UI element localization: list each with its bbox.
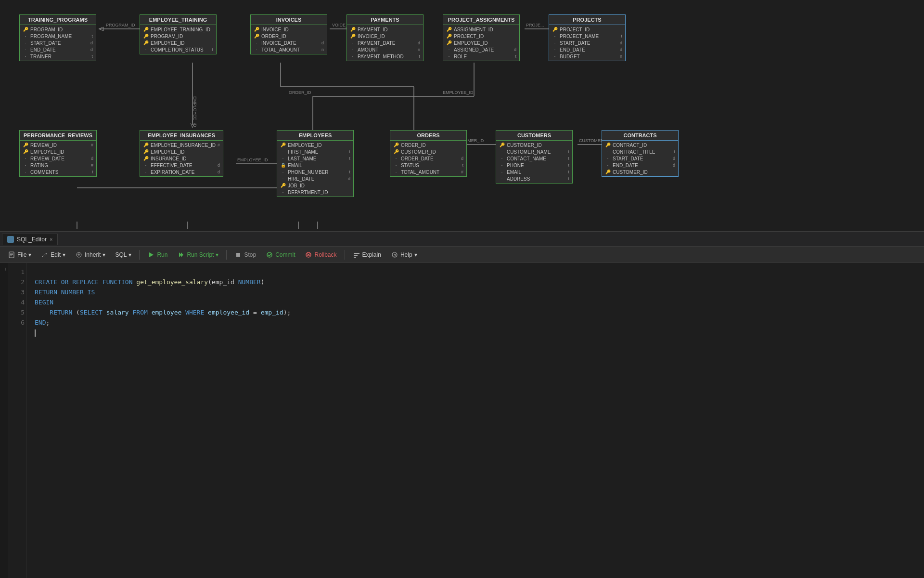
empty-icon: · bbox=[605, 156, 611, 161]
table-contracts[interactable]: CONTRACTS🔑CONTRACT_ID·CONTRACT_TITLEt·ST… bbox=[602, 130, 679, 177]
toolbar: File ▾ Edit ▾ Inherit ▾ SQL ▾ bbox=[0, 247, 924, 263]
field-name: START_DATE bbox=[30, 40, 89, 46]
field-type: d bbox=[348, 176, 350, 181]
field-row: ·CONTRACT_TITLEt bbox=[602, 148, 678, 155]
empty-icon: · bbox=[254, 47, 259, 53]
help-button[interactable]: ? Help ▾ bbox=[387, 250, 421, 260]
code-line-6 bbox=[35, 329, 36, 336]
run-script-button[interactable]: Run Script ▾ bbox=[173, 250, 222, 260]
empty-icon: · bbox=[23, 47, 28, 53]
rollback-icon bbox=[305, 251, 312, 259]
svg-marker-35 bbox=[149, 252, 154, 257]
table-projects[interactable]: PROJECTS🔑PROJECT_ID·PROJECT_NAMEt·START_… bbox=[549, 14, 626, 61]
tab-bar: SQL_Editor × bbox=[0, 232, 924, 247]
field-type: d bbox=[620, 40, 622, 45]
pk-icon: 🔑 bbox=[552, 26, 558, 32]
field-type: t bbox=[91, 34, 93, 39]
fk-icon: 🔑 bbox=[254, 33, 259, 39]
field-row: ·EMAILt bbox=[496, 169, 572, 175]
table-invoices[interactable]: INVOICES🔑INVOICE_ID🔑ORDER_ID·INVOICE_DAT… bbox=[250, 14, 327, 54]
table-employees[interactable]: EMPLOYEES🔑EMPLOYEE_ID·FIRST_NAMEt·LAST_N… bbox=[277, 130, 354, 197]
tab-close-button[interactable]: × bbox=[50, 236, 52, 242]
table-employee_insurances[interactable]: EMPLOYEE_INSURANCES🔑EMPLOYEE_INSURANCE_I… bbox=[140, 130, 223, 177]
field-type: t bbox=[349, 170, 350, 174]
field-row: ·LAST_NAMEt bbox=[277, 155, 353, 162]
field-type: # bbox=[461, 170, 463, 174]
field-row: ·RATING# bbox=[20, 162, 96, 169]
field-type: d bbox=[673, 156, 675, 161]
field-name: CUSTOMER_ID bbox=[401, 149, 463, 155]
field-name: TOTAL_AMOUNT bbox=[401, 170, 459, 175]
run-script-label: Run Script bbox=[187, 251, 214, 258]
inherit-button[interactable]: Inherit ▾ bbox=[71, 250, 109, 260]
field-row: 🔑PAYMENT_ID bbox=[347, 26, 423, 33]
line-num-1: 1 bbox=[10, 267, 25, 277]
field-type: n bbox=[321, 47, 324, 52]
fk-icon: 🔑 bbox=[605, 169, 611, 175]
field-row: ·END_DATEd bbox=[602, 162, 678, 169]
run-script-icon bbox=[177, 251, 185, 259]
field-name: INVOICE_ID bbox=[261, 27, 324, 32]
field-type: t bbox=[349, 149, 350, 154]
empty-icon: · bbox=[350, 40, 356, 46]
table-payments[interactable]: PAYMENTS🔑PAYMENT_ID🔑INVOICE_ID·PAYMENT_D… bbox=[346, 14, 424, 61]
run-button[interactable]: Run bbox=[143, 250, 171, 260]
empty-icon: · bbox=[393, 169, 399, 175]
field-row: 🔑CUSTOMER_ID bbox=[390, 148, 466, 155]
field-type: t bbox=[568, 170, 569, 174]
left-gutter: ⟨ bbox=[0, 263, 8, 578]
svg-marker-37 bbox=[181, 252, 183, 257]
commit-button[interactable]: Commit bbox=[262, 250, 299, 260]
field-row: 🔑EMPLOYEE_TRAINING_ID bbox=[140, 26, 216, 33]
fk-icon: 🔑 bbox=[350, 33, 356, 39]
field-row: ·EFFECTIVE_DATEd bbox=[140, 162, 223, 169]
field-row: ·PROJECT_NAMEt bbox=[549, 33, 625, 39]
field-name: CUSTOMER_ID bbox=[507, 143, 569, 148]
field-type: n bbox=[620, 54, 622, 59]
table-training_programs[interactable]: TRAINING_PROGRAMS🔑PROGRAM_ID·PROGRAM_NAM… bbox=[19, 14, 96, 61]
svg-point-39 bbox=[267, 252, 272, 257]
sql-button[interactable]: SQL ▾ bbox=[111, 250, 135, 260]
field-type: d bbox=[90, 47, 93, 52]
rollback-button[interactable]: Rollback bbox=[301, 250, 340, 260]
field-type: t bbox=[674, 149, 675, 154]
field-row: 🔑CUSTOMER_ID bbox=[496, 142, 572, 148]
field-row: 🔑EMPLOYEE_ID bbox=[140, 148, 223, 155]
field-type: d bbox=[461, 156, 463, 161]
file-button[interactable]: File ▾ bbox=[4, 250, 35, 260]
field-type: t bbox=[568, 156, 569, 161]
file-icon bbox=[8, 251, 15, 259]
table-project_assignments[interactable]: PROJECT_ASSIGNMENTS🔑ASSIGNMENT_ID🔑PROJEC… bbox=[443, 14, 520, 61]
table-header-employees: EMPLOYEES bbox=[277, 131, 353, 141]
line-num-3: 3 bbox=[10, 287, 25, 297]
table-employee_training[interactable]: EMPLOYEE_TRAINING🔑EMPLOYEE_TRAINING_ID🔑P… bbox=[140, 14, 217, 54]
table-orders[interactable]: ORDERS🔑ORDER_ID🔑CUSTOMER_ID·ORDER_DATEd·… bbox=[390, 130, 467, 177]
svg-marker-2 bbox=[99, 27, 103, 31]
svg-text:PROGRAM_ID: PROGRAM_ID bbox=[106, 23, 135, 27]
help-label: Help bbox=[400, 251, 412, 258]
fk-icon: 🔑 bbox=[23, 149, 28, 155]
explain-icon bbox=[353, 251, 360, 259]
fk-icon: 🔑 bbox=[393, 149, 399, 155]
edit-button[interactable]: Edit ▾ bbox=[37, 250, 69, 260]
field-name: TRAINER bbox=[30, 54, 90, 59]
field-name: CUSTOMER_NAME bbox=[507, 149, 566, 155]
field-name: ORDER_ID bbox=[261, 34, 324, 39]
empty-icon: · bbox=[446, 47, 452, 53]
empty-icon: · bbox=[499, 162, 505, 168]
table-customers[interactable]: CUSTOMERS🔑CUSTOMER_ID·CUSTOMER_NAMEt·CON… bbox=[496, 130, 573, 184]
field-name: COMPLETION_STATUS bbox=[151, 47, 210, 53]
explain-button[interactable]: Explain bbox=[349, 250, 385, 260]
field-name: PROJECT_NAME bbox=[560, 34, 619, 39]
explain-label: Explain bbox=[362, 251, 381, 258]
code-editor[interactable]: CREATE OR REPLACE FUNCTION get_employee_… bbox=[27, 263, 924, 578]
empty-icon: · bbox=[280, 156, 286, 161]
field-name: ASSIGNMENT_ID bbox=[454, 27, 516, 32]
table-performance_reviews[interactable]: PERFORMANCE_REVIEWS🔑REVIEW_ID#🔑EMPLOYEE_… bbox=[19, 130, 97, 177]
empty-icon: · bbox=[552, 47, 558, 53]
stop-button[interactable]: Stop bbox=[231, 250, 260, 260]
field-row: ·START_DATEd bbox=[602, 155, 678, 162]
table-header-training_programs: TRAINING_PROGRAMS bbox=[20, 15, 96, 25]
sql-editor-tab[interactable]: SQL_Editor × bbox=[2, 234, 58, 245]
field-name: END_DATE bbox=[560, 47, 618, 53]
